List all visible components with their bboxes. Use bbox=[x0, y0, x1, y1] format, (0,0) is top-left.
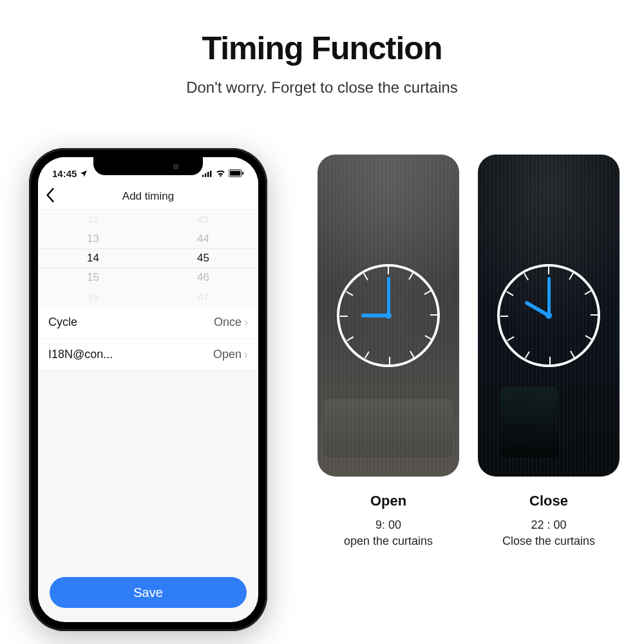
svg-rect-1 bbox=[205, 173, 206, 177]
open-title: Open bbox=[317, 493, 459, 509]
close-title: Close bbox=[478, 493, 620, 509]
page-title: Timing Function bbox=[0, 0, 644, 67]
save-button[interactable]: Save bbox=[50, 577, 247, 608]
picker-option[interactable]: 13 bbox=[87, 229, 99, 249]
open-time: 9: 00 bbox=[317, 518, 459, 532]
picker-option-selected[interactable]: 45 bbox=[197, 249, 209, 268]
action-row[interactable]: I18N@con... Open › bbox=[38, 339, 258, 371]
svg-rect-3 bbox=[210, 171, 211, 177]
row-value: Once bbox=[214, 316, 242, 329]
svg-rect-0 bbox=[202, 175, 204, 176]
phone-mockup: 14:45 bbox=[29, 148, 267, 631]
picker-option[interactable]: 47 bbox=[198, 287, 209, 307]
picker-option[interactable]: 12 bbox=[88, 210, 99, 229]
minute-column[interactable]: 43 44 45 46 47 bbox=[148, 210, 258, 306]
picker-option[interactable]: 16 bbox=[88, 287, 99, 307]
back-button[interactable] bbox=[46, 188, 55, 206]
close-time: 22 : 00 bbox=[478, 518, 620, 532]
picker-option[interactable]: 15 bbox=[87, 268, 99, 287]
clock-icon bbox=[497, 264, 600, 367]
wifi-icon bbox=[216, 168, 225, 179]
time-picker[interactable]: 12 13 14 15 16 43 44 45 46 47 bbox=[38, 210, 258, 307]
row-label: Cycle bbox=[48, 316, 77, 329]
hour-column[interactable]: 12 13 14 15 16 bbox=[38, 210, 148, 306]
status-time: 14:45 bbox=[52, 168, 77, 179]
svg-rect-6 bbox=[242, 171, 243, 175]
picker-option-selected[interactable]: 14 bbox=[87, 249, 99, 268]
location-icon bbox=[80, 168, 88, 179]
phone-notch bbox=[93, 157, 203, 175]
nav-title: Add timing bbox=[122, 190, 174, 203]
cycle-row[interactable]: Cycle Once › bbox=[38, 307, 258, 339]
nav-bar: Add timing bbox=[38, 183, 258, 210]
chevron-right-icon: › bbox=[244, 316, 248, 329]
close-card bbox=[478, 155, 620, 477]
battery-icon bbox=[229, 168, 244, 179]
row-label: I18N@con... bbox=[48, 348, 113, 361]
open-card bbox=[317, 155, 459, 477]
close-desc: Close the curtains bbox=[478, 535, 620, 548]
picker-option[interactable]: 46 bbox=[197, 268, 209, 287]
picker-option[interactable]: 44 bbox=[197, 229, 209, 249]
svg-rect-5 bbox=[230, 171, 241, 175]
clock-icon bbox=[337, 264, 440, 367]
svg-rect-2 bbox=[207, 171, 209, 176]
signal-icon bbox=[202, 168, 213, 179]
picker-option[interactable]: 43 bbox=[198, 210, 209, 229]
row-value: Open bbox=[213, 348, 242, 361]
phone-screen: 14:45 bbox=[38, 157, 258, 622]
chevron-right-icon: › bbox=[244, 348, 248, 361]
page-subtitle: Don't worry. Forget to close the curtain… bbox=[0, 79, 644, 97]
open-desc: open the curtains bbox=[317, 535, 459, 548]
